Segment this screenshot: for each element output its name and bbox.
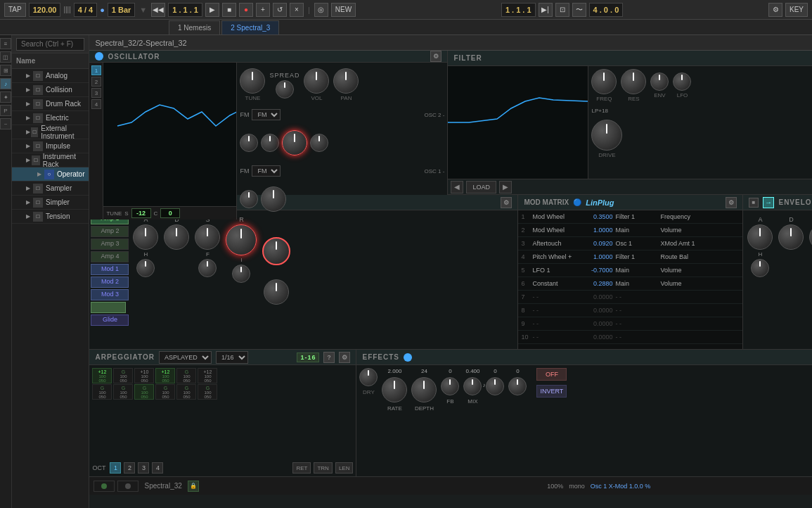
mod3-btn[interactable]: Mod 3 [91, 289, 129, 300]
arp-cell-5-2[interactable]: G100050 [176, 384, 196, 400]
osc-knob1[interactable] [240, 68, 265, 94]
mod-settings-icon[interactable]: ⚙ [726, 197, 737, 208]
track-item-analog[interactable]: ▶ □ Analog [12, 69, 89, 83]
filter-knob1[interactable] [591, 69, 617, 94]
ret-btn[interactable]: RET [292, 462, 311, 474]
osc-power-icon[interactable] [95, 52, 103, 61]
effects-knob1[interactable] [382, 377, 407, 402]
adsr-r-knob[interactable] [226, 224, 257, 255]
effects-power-icon[interactable] [404, 353, 412, 362]
mod-row-3[interactable]: 3 Aftertouch 0.0920 Osc 1 XMod Amt 1 [518, 237, 742, 250]
icon-mixer[interactable]: P [0, 105, 11, 116]
osc-ch1-btn[interactable]: 1 [91, 65, 101, 75]
mod1-btn[interactable]: Mod 1 [91, 264, 129, 275]
osc-knob3[interactable] [333, 68, 359, 94]
amp2-btn[interactable]: Amp 2 [91, 226, 129, 237]
track-item-collision[interactable]: ▶ □ Collision [12, 83, 89, 97]
track-item-instrumentrack[interactable]: ▶ □ Instrument Rack [12, 153, 89, 167]
osc-ch2-btn[interactable]: 2 [91, 77, 101, 87]
adsr-right-h-knob[interactable] [751, 259, 769, 277]
tune-s-val[interactable]: -12 [131, 208, 151, 218]
mod-row-1[interactable]: 1 Mod Wheel 0.3500 Filter 1 Frequency [518, 210, 742, 224]
stop-button[interactable]: ■ [222, 3, 236, 17]
arp-cell-6-1[interactable]: +12100050 [198, 368, 217, 383]
track-item-drumrack[interactable]: ▶ □ Drum Rack [12, 97, 89, 111]
osc-ch4-btn[interactable]: 4 [91, 99, 101, 109]
adsr-right-a-knob[interactable] [747, 224, 773, 250]
punch-button[interactable]: × [290, 3, 304, 17]
key-button[interactable]: KEY [785, 3, 808, 17]
osc-small-knob3[interactable] [310, 134, 328, 152]
mod-row-2[interactable]: 2 Mod Wheel 1.0000 Main Volume [518, 224, 742, 237]
rewind-button[interactable]: ◀◀ [151, 3, 165, 17]
amp3-btn[interactable]: Amp 3 [91, 239, 129, 250]
mod-row-7[interactable]: 7 - - 0.0000 - - [518, 291, 742, 304]
arp-help-icon[interactable]: ? [323, 352, 335, 363]
track-item-impulse[interactable]: ▶ □ Impulse [12, 139, 89, 153]
arp-cell-3-1[interactable]: +10100050 [134, 368, 154, 383]
mod-row-9[interactable]: 9 - - 0.0000 - - [518, 317, 742, 331]
track-item-electric[interactable]: ▶ □ Electric [12, 111, 89, 125]
amp4-btn[interactable]: Amp 4 [91, 251, 129, 262]
arp-mode-select[interactable]: ASPLAYED [159, 351, 212, 364]
mod-row-10[interactable]: 10 - - 0.0000 - - [518, 331, 742, 344]
filter-load-btn[interactable]: LOAD [466, 181, 496, 193]
effects-knob4[interactable]: ♪ [463, 377, 482, 395]
arp-cell-6-2[interactable]: G100050 [198, 384, 217, 400]
filter-knob5[interactable] [591, 120, 622, 151]
adsr-s-knob[interactable] [195, 224, 220, 250]
filter-next-btn[interactable]: ▶ [499, 181, 512, 193]
len-btn[interactable]: LEN [335, 462, 354, 474]
glide-btn[interactable]: Glide [91, 315, 129, 326]
osc-settings-icon[interactable]: ⚙ [430, 51, 442, 62]
effects-knob6[interactable] [508, 377, 527, 395]
filter-prev-btn[interactable]: ◀ [451, 181, 463, 193]
filter-knob3[interactable] [650, 72, 669, 91]
osc-small-knob2[interactable] [261, 134, 279, 152]
track-item-operator[interactable]: ▶ ○ Operator [12, 167, 89, 182]
loop-button[interactable]: ↺ [273, 3, 287, 17]
icon-instrument[interactable]: ♪ [0, 78, 11, 89]
fm-dropdown1[interactable]: FM [252, 109, 281, 120]
oct-btn-3[interactable]: 3 [138, 462, 149, 474]
mod-row-4[interactable]: 4 Pitch Wheel + 1.0000 Filter 1 Route Ba… [518, 250, 742, 264]
env-right-icon1[interactable]: ■ [749, 198, 759, 208]
icon-arrange[interactable]: ◫ [0, 51, 11, 63]
arp-cell-4-1[interactable]: +12100050 [155, 368, 175, 383]
adsr-a-knob[interactable] [133, 224, 158, 250]
env-extra-knob2[interactable] [264, 279, 289, 305]
effects-off-btn[interactable]: OFF [536, 368, 567, 381]
arp-cell-1-1[interactable]: +12100050 [92, 368, 112, 383]
mod-row-5[interactable]: 5 LFO 1 -0.7000 Main Volume [518, 264, 742, 277]
effects-knob2[interactable] [411, 377, 437, 402]
tab-nemesis[interactable]: 1 Nemesis [169, 20, 220, 34]
icon-session[interactable]: ≡ [0, 38, 11, 49]
record-button[interactable]: ● [239, 3, 253, 17]
mod-row-6[interactable]: 6 Constant 0.2880 Main Volume [518, 277, 742, 291]
adsr-a-h-knob[interactable] [136, 259, 155, 277]
arp-cell-1-2[interactable]: G100050 [92, 384, 112, 400]
arp-cell-5-1[interactable]: G100050 [176, 368, 196, 383]
icon-browser[interactable]: ⊞ [0, 65, 11, 76]
filter-knob2[interactable] [621, 69, 646, 94]
new-button[interactable]: NEW [331, 3, 356, 17]
filter-knob4[interactable] [673, 72, 691, 91]
search-input[interactable] [16, 38, 84, 51]
env-settings-icon[interactable]: ⚙ [501, 197, 512, 208]
track-item-simpler[interactable]: ▶ □ Simpler [12, 196, 89, 210]
oct-btn-2[interactable]: 2 [124, 462, 135, 474]
arp-settings-icon[interactable]: ⚙ [339, 352, 350, 363]
tab-spectral[interactable]: 2 Spectral_3 [221, 20, 279, 34]
track-item-tension[interactable]: ▶ □ Tension [12, 210, 89, 224]
mod2-btn[interactable]: Mod 2 [91, 277, 129, 288]
fm-dropdown2[interactable]: FM [252, 165, 281, 177]
effects-knob3[interactable] [441, 377, 459, 395]
mod-row-8[interactable]: 8 - - 0.0000 - - [518, 304, 742, 317]
adsr-r-small-knob[interactable] [232, 265, 250, 283]
effects-knob5[interactable] [486, 377, 504, 395]
settings-icon[interactable]: ⚙ [768, 3, 782, 17]
overdub-button[interactable]: + [256, 3, 270, 17]
adsr-s-f-knob[interactable] [198, 259, 217, 277]
spread-knob[interactable] [276, 80, 294, 99]
osc-ch3-btn[interactable]: 3 [91, 88, 101, 98]
